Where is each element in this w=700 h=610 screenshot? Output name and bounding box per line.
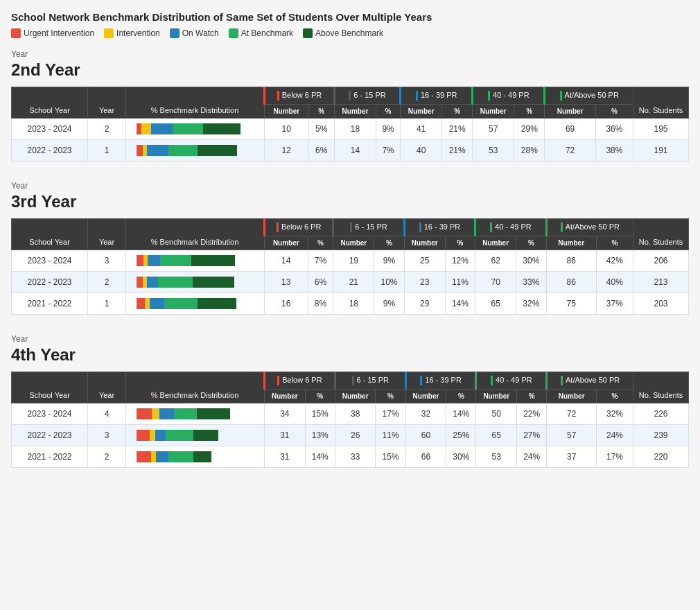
- cell-r16-n: 32: [405, 403, 446, 425]
- cell-r40-n: 62: [475, 250, 516, 272]
- cell-below6-pct: 5%: [308, 119, 334, 140]
- cell-r16-pct: 21%: [442, 140, 473, 162]
- legend-item: Intervention: [104, 28, 160, 38]
- col-header-school-year: School Year: [12, 87, 88, 119]
- legend-item: At Benchmark: [229, 28, 293, 38]
- cell-r6-pct: 10%: [374, 272, 404, 293]
- col-subheader-below6-pct: %: [305, 390, 335, 403]
- cell-above50-n: 75: [546, 293, 596, 315]
- cell-year: 4: [88, 403, 126, 425]
- col-subheader-below6-number: Number: [265, 390, 306, 403]
- table-row: 2022 - 20231126%147%4021%5328%7238%191: [12, 140, 689, 162]
- table-row: 2023 - 20242105%189%4121%5729%6936%195: [12, 119, 689, 140]
- cell-above50-pct: 42%: [596, 250, 633, 272]
- benchmark-table: School YearYear% Benchmark DistributionB…: [11, 218, 689, 315]
- cell-bar: [126, 119, 265, 140]
- cell-school-year: 2021 - 2022: [12, 293, 88, 315]
- cell-below6-pct: 14%: [305, 446, 335, 468]
- cell-r6-pct: 17%: [376, 403, 405, 425]
- cell-r16-pct: 14%: [445, 293, 475, 315]
- cell-year: 2: [88, 446, 126, 468]
- cell-r40-pct: 22%: [517, 403, 547, 425]
- cell-above50-pct: 17%: [597, 446, 633, 468]
- cell-r40-pct: 30%: [516, 250, 546, 272]
- col-subheader-r6-pct: %: [374, 236, 404, 250]
- col-subheader-r40-number: Number: [476, 390, 517, 403]
- cell-no-students: 220: [633, 446, 689, 468]
- cell-r6-n: 19: [333, 250, 374, 272]
- cell-r16-n: 29: [404, 293, 445, 315]
- cell-above50-n: 37: [547, 446, 597, 468]
- cell-r40-pct: 33%: [516, 272, 546, 293]
- year-label: Year: [11, 181, 689, 191]
- cell-r6-n: 38: [335, 403, 376, 425]
- col-subheader-above50-number: Number: [545, 105, 595, 119]
- section-0: Year2nd YearSchool YearYear% Benchmark D…: [11, 49, 689, 162]
- col-header-r6: 6 - 15 PR: [335, 372, 405, 390]
- table-row: 2023 - 20243147%199%2512%6230%8642%206: [12, 250, 689, 272]
- legend-item: On Watch: [170, 28, 219, 38]
- cell-r6-pct: 7%: [376, 140, 400, 162]
- cell-above50-n: 72: [547, 403, 597, 425]
- cell-above50-pct: 24%: [597, 425, 633, 446]
- cell-r6-pct: 9%: [376, 119, 400, 140]
- legend: Urgent InterventionInterventionOn WatchA…: [11, 28, 689, 38]
- benchmark-table: School YearYear% Benchmark DistributionB…: [11, 372, 689, 468]
- cell-bar: [126, 140, 265, 162]
- year-label: Year: [11, 49, 689, 59]
- col-subheader-r40-pct: %: [517, 390, 547, 403]
- cell-r40-pct: 27%: [517, 425, 547, 446]
- cell-r6-n: 33: [335, 446, 376, 468]
- cell-no-students: 203: [633, 293, 689, 315]
- col-header-distribution: % Benchmark Distribution: [126, 87, 265, 119]
- page-title: School Network Benchmark Distribution of…: [11, 11, 689, 23]
- col-header-above50: At/Above 50 PR: [545, 87, 633, 105]
- cell-year: 2: [88, 119, 126, 140]
- cell-above50-pct: 38%: [595, 140, 633, 162]
- table-row: 2022 - 202333113%2611%6025%6527%5724%239: [12, 425, 689, 446]
- cell-r6-pct: 9%: [374, 250, 404, 272]
- cell-r40-n: 53: [476, 446, 517, 468]
- col-header-r16: 16 - 39 PR: [401, 87, 473, 105]
- col-header-year: Year: [88, 372, 126, 403]
- cell-above50-pct: 37%: [596, 293, 633, 315]
- cell-school-year: 2023 - 2024: [12, 250, 88, 272]
- col-subheader-r6-number: Number: [333, 236, 374, 250]
- cell-r16-n: 25: [404, 250, 445, 272]
- col-header-r6: 6 - 15 PR: [334, 87, 400, 105]
- cell-below6-n: 10: [265, 119, 309, 140]
- year-heading: 4th Year: [11, 345, 689, 365]
- cell-r16-pct: 12%: [445, 250, 475, 272]
- cell-r40-n: 53: [473, 140, 514, 162]
- col-header-no-students: No. Students: [633, 219, 689, 250]
- cell-r6-pct: 11%: [376, 425, 405, 446]
- col-header-no-students: No. Students: [633, 372, 689, 403]
- col-subheader-r16-pct: %: [446, 390, 476, 403]
- col-subheader-r6-number: Number: [334, 105, 376, 119]
- cell-bar: [126, 272, 265, 293]
- cell-above50-n: 86: [546, 250, 596, 272]
- cell-above50-n: 57: [547, 425, 597, 446]
- cell-below6-pct: 7%: [308, 250, 333, 272]
- col-header-year: Year: [88, 87, 126, 119]
- col-subheader-r40-number: Number: [473, 105, 514, 119]
- cell-year: 3: [88, 250, 126, 272]
- cell-r16-n: 60: [405, 425, 446, 446]
- cell-year: 3: [88, 425, 126, 446]
- cell-r6-pct: 9%: [374, 293, 404, 315]
- col-header-above50: At/Above 50 PR: [547, 372, 633, 390]
- year-label: Year: [11, 334, 689, 344]
- cell-school-year: 2021 - 2022: [12, 446, 88, 468]
- col-header-r40: 40 - 49 PR: [475, 219, 546, 236]
- col-header-no-students: No. Students: [633, 87, 689, 119]
- col-subheader-below6-pct: %: [308, 105, 334, 119]
- cell-above50-pct: 32%: [597, 403, 633, 425]
- cell-above50-pct: 36%: [595, 119, 633, 140]
- benchmark-table: School YearYear% Benchmark DistributionB…: [11, 87, 689, 162]
- cell-r40-n: 70: [475, 272, 516, 293]
- cell-bar: [126, 293, 265, 315]
- cell-r16-pct: 11%: [445, 272, 475, 293]
- cell-above50-n: 69: [545, 119, 595, 140]
- col-subheader-above50-pct: %: [596, 236, 633, 250]
- col-subheader-r6-pct: %: [376, 105, 400, 119]
